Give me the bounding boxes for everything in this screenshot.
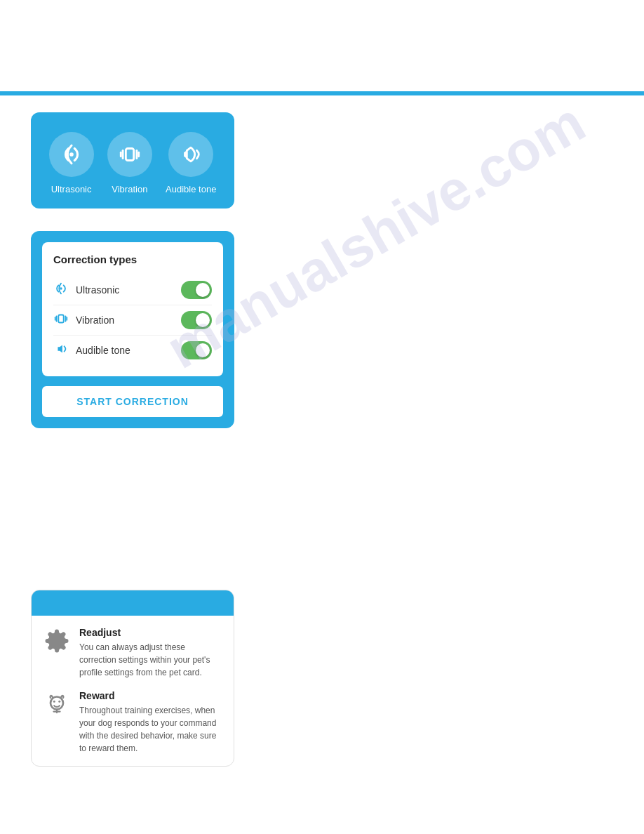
info-row-readjust: Readjust You can always adjust these cor… [43, 627, 222, 679]
svg-rect-3 [58, 315, 63, 323]
correction-title: Correction types [53, 253, 212, 265]
correction-inner: Correction types Ultrasonic [42, 242, 223, 376]
toggle-audible[interactable] [181, 341, 212, 359]
correction-row-audible: Audible tone [53, 336, 212, 365]
row-vibration-icon [53, 311, 69, 329]
svg-rect-1 [126, 149, 133, 161]
vibration-circle [107, 132, 152, 177]
correction-row-ultrasonic: Ultrasonic [53, 275, 212, 305]
ultrasonic-item: Ultrasonic [49, 132, 94, 194]
vibration-label: Vibration [112, 184, 147, 194]
icons-card: Ultrasonic Vibration [31, 112, 234, 208]
settings-icon [43, 627, 71, 655]
reward-title: Reward [79, 690, 222, 701]
reward-body: Throughout training exercises, when your… [79, 704, 222, 755]
row-audible-label: Audible tone [76, 345, 130, 356]
audible-tone-circle [168, 132, 213, 177]
info-row-reward: Reward Throughout training exercises, wh… [43, 690, 222, 755]
row-vibration-label: Vibration [76, 315, 114, 326]
ultrasonic-label: Ultrasonic [51, 184, 92, 194]
row-audible-icon [53, 341, 69, 359]
top-divider [0, 91, 644, 95]
info-text-readjust: Readjust You can always adjust these cor… [79, 627, 222, 679]
correction-card: Correction types Ultrasonic [31, 231, 234, 428]
dog-icon [43, 690, 71, 718]
toggle-ultrasonic[interactable] [181, 281, 212, 299]
ultrasonic-circle [49, 132, 94, 177]
vibration-icon [118, 143, 142, 166]
row-ultrasonic-icon [53, 281, 69, 299]
info-card: Readjust You can always adjust these cor… [31, 590, 234, 767]
correction-row-vibration: Vibration [53, 305, 212, 336]
row-ultrasonic-label: Ultrasonic [76, 284, 119, 296]
toggle-vibration[interactable] [181, 311, 212, 329]
readjust-body: You can always adjust these correction s… [79, 641, 222, 679]
svg-point-7 [58, 701, 60, 703]
readjust-title: Readjust [79, 627, 222, 638]
svg-point-6 [53, 701, 55, 703]
vibration-item: Vibration [107, 132, 152, 194]
ultrasonic-icon [60, 143, 83, 166]
info-card-header [32, 590, 234, 616]
svg-point-2 [60, 287, 62, 289]
start-correction-button[interactable]: START CORRECTION [42, 386, 223, 417]
audible-tone-label: Audible tone [166, 184, 216, 194]
info-text-reward: Reward Throughout training exercises, wh… [79, 690, 222, 755]
svg-point-0 [69, 152, 74, 157]
info-card-body: Readjust You can always adjust these cor… [32, 616, 234, 766]
audible-tone-icon [179, 143, 203, 166]
audible-tone-item: Audible tone [166, 132, 216, 194]
svg-marker-4 [58, 345, 62, 353]
